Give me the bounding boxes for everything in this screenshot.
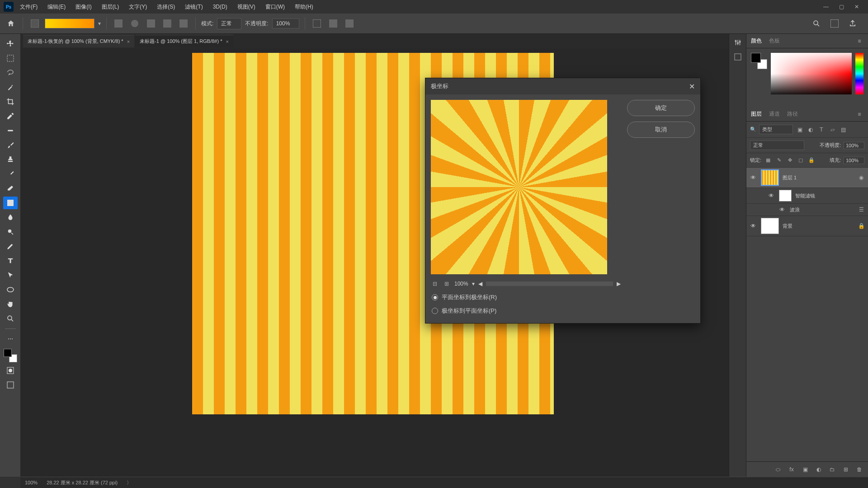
tab-channels[interactable]: 通道 [769,110,780,118]
lock-position-icon[interactable]: ✥ [786,156,794,164]
adjustment-layer-icon[interactable]: ◐ [815,465,823,474]
brush-tool[interactable] [3,139,18,151]
chevron-down-icon[interactable]: ▾ [472,281,475,287]
close-icon[interactable]: × [226,39,228,44]
chevron-down-icon[interactable]: ▾ [98,20,101,27]
panel-menu-icon[interactable]: ≡ [855,110,863,118]
dither-icon[interactable] [327,17,340,30]
lock-brush-icon[interactable]: ✎ [775,156,783,164]
nav-right-icon[interactable]: ▶ [617,281,621,287]
menu-type[interactable]: 文字(Y) [125,1,151,13]
option-rect-to-polar[interactable]: 平面坐标到极坐标(R) [431,291,621,304]
type-tool[interactable] [3,254,18,267]
cancel-button[interactable]: 取消 [627,122,695,138]
adjustments-panel-icon[interactable] [734,38,742,47]
radio-icon[interactable] [432,294,438,300]
layer-thumbnail[interactable] [761,169,779,186]
visibility-icon[interactable]: 👁 [778,206,786,213]
layer-row[interactable]: 👁 波浪 ☰ [746,204,868,216]
visibility-icon[interactable]: 👁 [767,192,775,199]
marquee-tool[interactable] [3,52,18,65]
menu-help[interactable]: 帮助(H) [291,1,317,13]
preview-zoom-value[interactable]: 100% [454,281,468,287]
new-layer-icon[interactable]: ⊞ [842,465,850,474]
delete-layer-icon[interactable]: 🗑 [855,465,863,474]
quickmask-icon[interactable] [3,364,18,377]
layer-name[interactable]: 图层 1 [783,174,854,181]
diamond-gradient-icon[interactable] [177,17,190,30]
linear-gradient-icon[interactable] [112,17,125,30]
blend-mode-select[interactable]: 正常 [217,18,241,29]
panel-menu-icon[interactable]: ≡ [855,37,863,45]
blur-tool[interactable] [3,211,18,224]
eyedropper-tool[interactable] [3,110,18,122]
crop-tool[interactable] [3,95,18,108]
reverse-icon[interactable] [311,17,323,30]
filter-options-icon[interactable]: ☰ [857,206,865,214]
layer-row[interactable]: 👁 背景 🔒 [746,216,868,236]
filter-shape-icon[interactable]: ▱ [828,126,836,134]
history-brush-tool[interactable] [3,168,18,180]
layer-blend-select[interactable]: 正常 [750,141,804,150]
filter-image-icon[interactable]: ▣ [796,126,804,134]
layer-name[interactable]: 波浪 [790,206,854,213]
layer-filter-select[interactable]: 类型 [759,125,793,134]
lasso-tool[interactable] [3,66,18,79]
tab-doc-1[interactable]: 未标题-1 @ 100% (图层 1, RGB/8#) *× [135,35,233,47]
dodge-tool[interactable] [3,225,18,238]
filter-adjust-icon[interactable]: ◐ [807,126,815,134]
radio-icon[interactable] [432,308,438,314]
link-layers-icon[interactable]: ⬭ [774,465,782,474]
document-dimensions[interactable]: 28.22 厘米 x 28.22 厘米 (72 ppi) [47,479,118,486]
fill-value[interactable]: 100% [844,157,864,164]
gradient-swatch-icon[interactable] [28,17,41,30]
color-swatch-pair[interactable] [751,53,767,69]
menu-3d[interactable]: 3D(D) [209,2,231,12]
fx-icon[interactable]: fx [788,465,796,474]
visibility-icon[interactable]: 👁 [749,174,757,181]
angle-gradient-icon[interactable] [145,17,157,30]
layer-opacity-value[interactable]: 100% [844,142,864,149]
menu-layer[interactable]: 图层(L) [98,1,123,13]
color-swatches[interactable] [4,349,17,362]
lock-artboard-icon[interactable]: ▢ [797,156,805,164]
menu-view[interactable]: 视图(V) [234,1,259,13]
path-select-tool[interactable] [3,269,18,282]
lock-all-icon[interactable]: 🔒 [807,156,816,164]
filter-smart-icon[interactable]: ▤ [839,126,847,134]
menu-filter[interactable]: 滤镜(T) [181,1,206,13]
visibility-icon[interactable]: 👁 [749,223,757,229]
home-icon[interactable] [5,17,17,30]
shape-tool[interactable] [3,283,18,296]
tab-swatches[interactable]: 色板 [769,37,780,45]
zoom-out-icon[interactable]: ⊟ [431,280,439,288]
heal-tool[interactable] [3,124,18,137]
chevron-right-icon[interactable]: 〉 [127,479,132,486]
wand-tool[interactable] [3,81,18,94]
layer-name[interactable]: 智能滤镜 [795,192,865,199]
option-polar-to-rect[interactable]: 极坐标到平面坐标(P) [431,304,621,318]
preview-scrollbar[interactable] [486,282,613,286]
hue-slider[interactable] [855,53,863,94]
tab-color[interactable]: 颜色 [751,37,762,45]
zoom-readout[interactable]: 100% [25,480,38,485]
workspace-icon[interactable] [828,17,841,30]
group-icon[interactable]: 🗀 [828,465,836,474]
layer-row[interactable]: 👁 图层 1 ◉ [746,168,868,188]
share-icon[interactable] [846,17,859,30]
tab-doc-0[interactable]: 未标题-1-恢复的 @ 100% (背景, CMYK/8) *× [23,35,134,47]
menu-image[interactable]: 图像(I) [72,1,95,13]
close-icon[interactable]: × [127,39,130,44]
lock-pixels-icon[interactable]: ▦ [764,156,772,164]
nav-left-icon[interactable]: ◀ [478,281,482,287]
menu-file[interactable]: 文件(F) [16,1,41,13]
mask-icon[interactable]: ▣ [801,465,809,474]
zoom-tool[interactable] [3,312,18,325]
layer-thumbnail[interactable] [761,218,779,234]
menu-window[interactable]: 窗口(W) [262,1,288,13]
zoom-in-icon[interactable]: ⊞ [443,280,451,288]
gradient-preview[interactable] [45,19,94,28]
stamp-tool[interactable] [3,153,18,166]
layer-thumbnail[interactable] [779,190,792,202]
radial-gradient-icon[interactable] [128,17,141,30]
